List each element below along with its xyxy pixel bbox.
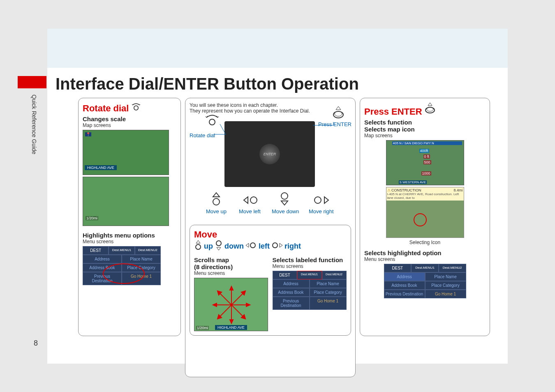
rotate-dial-panel: Rotate dial Changes scale Map screens 📍 … <box>78 98 181 336</box>
scrolls-map-label: Scrolls map <box>194 256 268 263</box>
rotate-dial-icon <box>131 102 141 111</box>
scrolls-map-column: Scrolls map (8 directions) Menu screens <box>194 255 268 331</box>
svg-point-0 <box>134 106 138 110</box>
press-enter-heading: Press ENTER <box>364 102 486 117</box>
map-screenshot-zoomed: 📍 HIGHLAND AVE <box>83 130 169 175</box>
svg-point-20 <box>196 244 201 249</box>
svg-point-25 <box>273 243 278 248</box>
svg-line-41 <box>231 305 244 317</box>
selects-highlighted-label: Selects highlighted option <box>364 249 486 256</box>
construction-header: ⚠ CONSTRUCTION 8.4mi I-405 N at CHERRY A… <box>386 187 464 201</box>
western-ave-label: S WESTERN AVE <box>399 180 427 184</box>
selection-circle-icon <box>413 213 427 227</box>
svg-marker-16 <box>281 201 288 205</box>
enter-knob: ENTER <box>259 144 280 164</box>
move-down-label: Move down <box>272 208 299 214</box>
move-panel: Move up down left right Scrolls map (8 d… <box>190 225 351 336</box>
changes-scale-label: Changes scale <box>83 115 176 122</box>
svg-marker-28 <box>230 286 233 290</box>
leader-line-rotate <box>213 123 238 135</box>
svg-point-46 <box>414 214 426 226</box>
highland-ave-label-2: HIGHLAND AVE <box>215 325 247 330</box>
svg-point-21 <box>216 241 221 246</box>
sidebar-section-label: Quick Reference Guide <box>31 95 37 154</box>
map-screens-label-2: Map screens <box>364 133 486 138</box>
move-heading: Move <box>194 229 347 240</box>
menu-screens-label-4: Menu screens <box>364 256 486 262</box>
svg-marker-43 <box>428 103 432 106</box>
scroll-map-screenshot: 1/20mi HIGHLAND AVE <box>194 278 268 331</box>
menu-screens-label-1: Menu screens <box>83 239 176 244</box>
svg-point-12 <box>213 198 220 205</box>
svg-marker-30 <box>230 320 233 323</box>
svg-point-15 <box>281 193 288 199</box>
svg-marker-26 <box>280 243 282 247</box>
dest-menu-screenshot-3: DESTDest.MENU1Dest.MENU2 AddressPlace Na… <box>384 264 466 298</box>
move-right-icon <box>271 242 283 251</box>
construction-title: CONSTRUCTION <box>391 188 421 192</box>
svg-marker-13 <box>244 197 248 203</box>
svg-point-45 <box>427 107 433 111</box>
svg-marker-19 <box>196 240 200 243</box>
construction-popup: ⚠ CONSTRUCTION 8.4mi I-405 N at CHERRY A… <box>386 187 464 238</box>
press-enter-icon <box>424 109 436 116</box>
svg-line-35 <box>219 293 231 305</box>
move-down-icon <box>278 192 291 208</box>
press-enter-panel: Press ENTER Selects function Selects map… <box>360 98 490 336</box>
svg-point-24 <box>250 243 255 248</box>
svg-line-39 <box>219 305 231 317</box>
red-accent-box <box>18 76 46 88</box>
leader-line-enter <box>313 118 338 147</box>
press-enter-label: Press ENTER <box>364 106 422 117</box>
freeway-screenshot: 405 N / SAN DIEGO FWY N 400ft 0 ft 500 1… <box>386 140 464 185</box>
svg-line-37 <box>231 293 244 305</box>
map-screens-label: Map screens <box>83 122 176 128</box>
direction-arrows-icon <box>211 284 252 325</box>
map-screenshot-wide: 1/20mi <box>83 177 169 226</box>
selects-labeled-column: Selects labeled function Menu screens DE… <box>273 255 347 331</box>
svg-marker-23 <box>246 243 249 247</box>
right-label: right <box>284 242 301 251</box>
move-up-icon <box>210 192 222 208</box>
scrolls-8dir-label: (8 directions) <box>194 263 268 270</box>
svg-point-17 <box>314 197 321 203</box>
move-direction-line: up down left right <box>194 240 347 252</box>
rotate-dial-label-diagram: Rotate dial <box>190 132 215 138</box>
down-label: down <box>224 242 244 251</box>
diagram-panel: You will see these icons in each chapter… <box>185 98 356 377</box>
move-left-label: Move left <box>239 208 261 214</box>
move-up-label: Move up <box>206 208 227 214</box>
svg-marker-3 <box>336 106 341 110</box>
dest-header: DEST <box>83 246 109 255</box>
svg-point-14 <box>250 197 257 203</box>
highlights-menu-label: Highlights menu options <box>83 232 176 239</box>
page-title: Interface Dial/ENTER Button Operation <box>56 75 359 93</box>
move-right-label: Move right <box>309 208 334 214</box>
svg-marker-11 <box>213 193 220 197</box>
dial-photo: ENTER <box>224 121 315 187</box>
selecting-icon-caption: Selecting Icon <box>364 240 486 245</box>
rotate-dial-label: Rotate dial <box>83 103 129 113</box>
rotate-dial-heading: Rotate dial <box>83 102 176 114</box>
move-up-icon <box>194 240 202 252</box>
svg-marker-18 <box>324 197 328 203</box>
scale-label: 1/20mi <box>196 326 209 330</box>
page-number: 8 <box>34 339 38 348</box>
highland-ave-label: HIGHLAND AVE <box>85 165 117 170</box>
dial-diagram: Press ENTER ENTER Rotate dial Move up Mo… <box>190 114 350 221</box>
svg-line-7 <box>220 124 226 134</box>
svg-marker-34 <box>246 303 250 307</box>
svg-marker-22 <box>217 247 221 250</box>
construction-map <box>386 201 464 238</box>
left-label: left <box>259 242 270 251</box>
svg-point-5 <box>335 111 342 116</box>
intro-line-2: They represent how you can operate the I… <box>190 108 351 114</box>
selects-function-label: Selects function <box>364 119 486 126</box>
document-page: Interface Dial/ENTER Button Operation Qu… <box>47 29 508 364</box>
top-bar <box>47 29 508 68</box>
move-left-icon <box>243 195 259 207</box>
menu-screens-label-3: Menu screens <box>273 263 347 269</box>
move-down-icon <box>215 240 223 252</box>
move-right-icon <box>313 195 329 207</box>
construction-body-text: I-405 N at CHERRY AVE, Road construction… <box>387 192 463 200</box>
